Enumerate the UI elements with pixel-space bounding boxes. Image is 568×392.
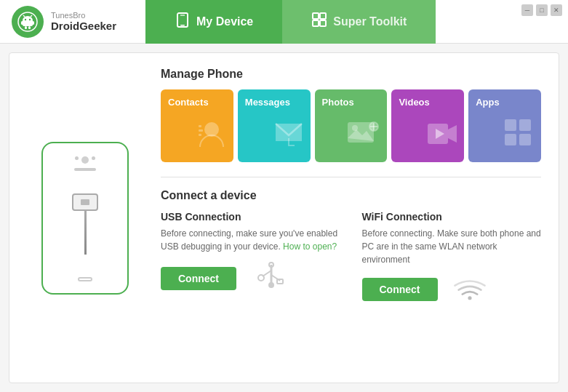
messages-label: Messages <box>245 97 290 108</box>
contacts-label: Contacts <box>168 97 209 108</box>
svg-rect-14 <box>313 13 319 19</box>
svg-rect-32 <box>505 134 516 145</box>
section-divider <box>161 177 541 177</box>
my-device-icon <box>175 12 191 31</box>
logo-area: TunesBro DroidGeeker <box>0 6 145 38</box>
usb-head <box>72 193 98 211</box>
wifi-desc: Before connecting. Make sure both phone … <box>362 227 542 266</box>
wifi-symbol-icon <box>452 275 487 304</box>
svg-rect-7 <box>21 21 23 25</box>
brand-top: TunesBro <box>51 11 116 20</box>
svg-point-40 <box>268 282 274 288</box>
photos-label: Photos <box>322 97 354 108</box>
videos-label: Videos <box>399 97 429 108</box>
phone-outline <box>41 142 129 295</box>
wifi-connection: WiFi Connection Before connecting. Make … <box>362 211 542 304</box>
usb-type: USB Connection <box>161 211 340 223</box>
svg-rect-39 <box>277 279 283 284</box>
apps-card[interactable]: Apps <box>468 89 541 162</box>
svg-rect-20 <box>199 129 203 132</box>
wifi-type: WiFi Connection <box>362 211 542 223</box>
apps-icon <box>502 116 537 158</box>
nav-tabs: My Device Super Toolkit <box>145 0 568 44</box>
svg-line-6 <box>31 15 32 17</box>
svg-rect-31 <box>519 119 531 131</box>
usb-pin <box>81 199 89 205</box>
svg-rect-2 <box>23 20 33 26</box>
manage-phone-title: Manage Phone <box>161 68 541 81</box>
svg-point-3 <box>25 18 26 20</box>
svg-rect-33 <box>519 134 531 145</box>
svg-point-41 <box>468 296 471 300</box>
usb-desc: Before connecting, make sure you've enab… <box>161 227 340 253</box>
svg-rect-21 <box>199 134 201 136</box>
svg-rect-8 <box>32 21 34 25</box>
phone-port <box>78 277 92 281</box>
right-content: Manage Phone Contacts Messages <box>161 68 541 368</box>
svg-rect-12 <box>180 25 185 26</box>
apps-label: Apps <box>476 97 500 108</box>
phone-illustration <box>27 68 143 368</box>
phone-dot <box>75 156 79 160</box>
svg-rect-9 <box>25 26 27 29</box>
title-bar: TunesBro DroidGeeker My Device <box>0 0 568 44</box>
brand-bottom: DroidGeeker <box>51 20 116 32</box>
svg-point-37 <box>258 275 264 281</box>
tab-super-toolkit[interactable]: Super Toolkit <box>282 0 436 44</box>
how-to-open-link[interactable]: How to open? <box>283 241 337 252</box>
svg-rect-17 <box>320 20 326 26</box>
tab-my-device-label: My Device <box>196 15 253 28</box>
app-logo <box>12 6 44 38</box>
maximize-button[interactable]: □ <box>536 4 548 16</box>
svg-rect-15 <box>320 13 326 19</box>
usb-connection: USB Connection Before connecting, make s… <box>161 211 340 304</box>
usb-connect-bottom: Connect <box>161 262 340 295</box>
svg-rect-30 <box>505 119 516 131</box>
videos-card[interactable]: Videos <box>391 89 464 162</box>
messages-icon <box>271 116 306 158</box>
super-toolkit-icon <box>311 12 327 31</box>
messages-card[interactable]: Messages <box>238 89 311 162</box>
wifi-connect-bottom: Connect <box>362 275 542 304</box>
usb-connect-button[interactable]: Connect <box>161 267 236 290</box>
close-button[interactable]: ✕ <box>551 4 562 16</box>
phone-dot <box>92 156 95 160</box>
tab-super-toolkit-label: Super Toolkit <box>333 15 407 28</box>
svg-line-5 <box>23 15 25 17</box>
main-content: Manage Phone Contacts Messages <box>9 52 559 383</box>
wifi-connect-button[interactable]: Connect <box>362 278 438 301</box>
window-controls: ─ □ ✕ <box>521 4 562 16</box>
phone-top-dots <box>75 156 95 164</box>
videos-icon <box>425 116 460 158</box>
svg-rect-19 <box>199 125 201 127</box>
manage-grid: Contacts Messages <box>161 89 541 162</box>
svg-rect-10 <box>28 26 31 29</box>
usb-connector <box>72 193 98 255</box>
photos-card[interactable]: Photos <box>315 89 388 162</box>
phone-body <box>72 171 98 277</box>
contacts-card[interactable]: Contacts <box>161 89 233 162</box>
usb-symbol-icon <box>251 262 292 295</box>
svg-point-4 <box>29 18 31 20</box>
connect-section: USB Connection Before connecting, make s… <box>161 211 541 304</box>
svg-marker-28 <box>448 125 457 143</box>
photos-icon <box>345 116 383 158</box>
contacts-icon <box>194 116 229 158</box>
app-name: TunesBro DroidGeeker <box>51 11 116 32</box>
minimize-button[interactable]: ─ <box>521 4 533 16</box>
usb-cable <box>84 211 87 255</box>
phone-camera <box>81 156 89 164</box>
svg-rect-16 <box>313 20 319 26</box>
tab-my-device[interactable]: My Device <box>145 0 282 44</box>
connect-title: Connect a device <box>161 189 541 202</box>
